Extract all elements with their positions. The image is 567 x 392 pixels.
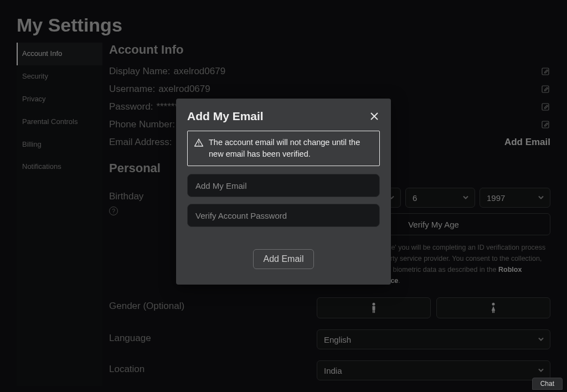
modal-warning-text: The account email will not change until … [209, 137, 373, 160]
modal-warning: The account email will not change until … [187, 131, 380, 166]
close-icon[interactable] [369, 111, 380, 122]
add-email-modal: Add My Email The account email will not … [176, 99, 391, 285]
add-email-submit-button[interactable]: Add Email [253, 249, 315, 269]
modal-title: Add My Email [187, 110, 264, 123]
email-input[interactable] [187, 174, 380, 197]
verify-password-input[interactable] [187, 204, 380, 227]
chat-button[interactable]: Chat [532, 378, 563, 390]
warning-icon [194, 138, 203, 147]
modal-overlay[interactable]: Add My Email The account email will not … [0, 0, 567, 392]
